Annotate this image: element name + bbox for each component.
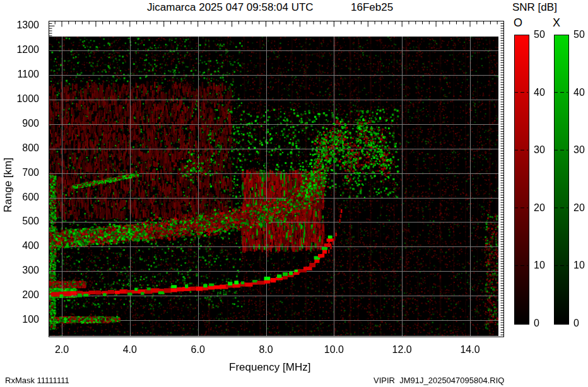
x-tick-label: 14.0	[456, 344, 484, 355]
x-tick-label: 8.0	[252, 344, 280, 355]
y-tick-label: 1000	[0, 93, 39, 105]
y-tick-label: 1100	[0, 69, 39, 80]
filename-text: VIPIR JM91J_2025047095804.RIQ	[373, 376, 504, 385]
x-colorbar-tick-label: 40	[573, 87, 585, 98]
x-mode-colorbar	[554, 35, 569, 325]
o-colorbar-tick-label: 50	[534, 29, 545, 40]
y-tick-label: 300	[0, 265, 39, 276]
rxmask-text: RxMask 11111111	[5, 376, 69, 385]
plot-date: 16Feb25	[351, 1, 393, 14]
o-colorbar-tick-label: 0	[534, 318, 539, 329]
x-axis-title: Frequency [MHz]	[229, 361, 310, 374]
o-colorbar-tick-label: 30	[534, 144, 545, 156]
x-tick-label: 6.0	[184, 344, 212, 355]
x-mode-label: X	[553, 16, 560, 30]
y-tick-label: 1300	[0, 20, 39, 31]
ionogram-page: Jicamarca 2025 047 09:58:04 UTC 16Feb25 …	[0, 0, 588, 387]
ionogram-plot	[49, 37, 498, 336]
o-mode-colorbar	[514, 35, 529, 325]
x-tick-label: 2.0	[48, 344, 76, 355]
y-tick-label: 200	[0, 289, 39, 301]
x-colorbar-tick-label: 50	[573, 29, 585, 40]
colorbar-title: SNR [dB]	[512, 1, 557, 14]
x-colorbar-tick-label: 20	[573, 202, 585, 214]
y-tick-label: 100	[0, 314, 39, 325]
x-tick-label: 4.0	[116, 344, 144, 355]
y-tick-label: 1200	[0, 44, 39, 55]
o-colorbar-tick-label: 40	[534, 87, 545, 98]
o-mode-label: O	[514, 16, 522, 30]
y-axis-title: Range [km]	[2, 141, 15, 229]
o-colorbar-tick-label: 10	[534, 260, 545, 271]
plot-title: Jicamarca 2025 047 09:58:04 UTC	[147, 1, 314, 14]
y-tick-label: 400	[0, 240, 39, 251]
x-colorbar-tick-label: 30	[573, 144, 585, 156]
x-tick-label: 10.0	[320, 344, 348, 355]
x-tick-label: 12.0	[388, 344, 416, 355]
o-colorbar-tick-label: 20	[534, 202, 545, 214]
y-tick-label: 900	[0, 118, 39, 129]
x-colorbar-tick-label: 10	[573, 260, 585, 271]
x-colorbar-tick-label: 0	[573, 318, 579, 329]
